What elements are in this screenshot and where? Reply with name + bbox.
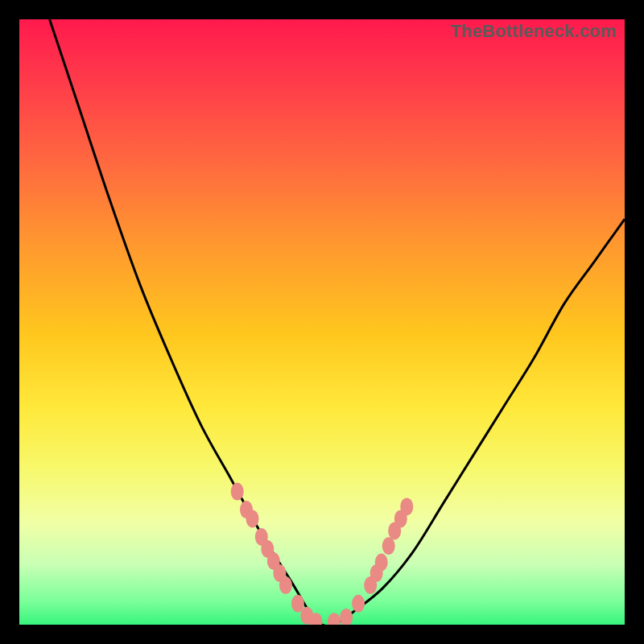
highlight-bead — [352, 595, 365, 613]
bottleneck-curve — [50, 19, 625, 625]
highlight-bead — [279, 576, 292, 594]
highlight-bead — [340, 609, 353, 625]
highlight-bead — [328, 613, 341, 625]
highlight-bead — [246, 510, 259, 527]
highlight-beads — [231, 483, 414, 625]
highlight-bead — [231, 483, 244, 501]
highlight-bead — [375, 554, 388, 572]
bottleneck-curve-svg — [19, 19, 625, 625]
highlight-bead — [382, 537, 395, 555]
highlight-bead — [400, 497, 413, 515]
chart-plot-area: TheBottleneck.com — [19, 19, 625, 625]
